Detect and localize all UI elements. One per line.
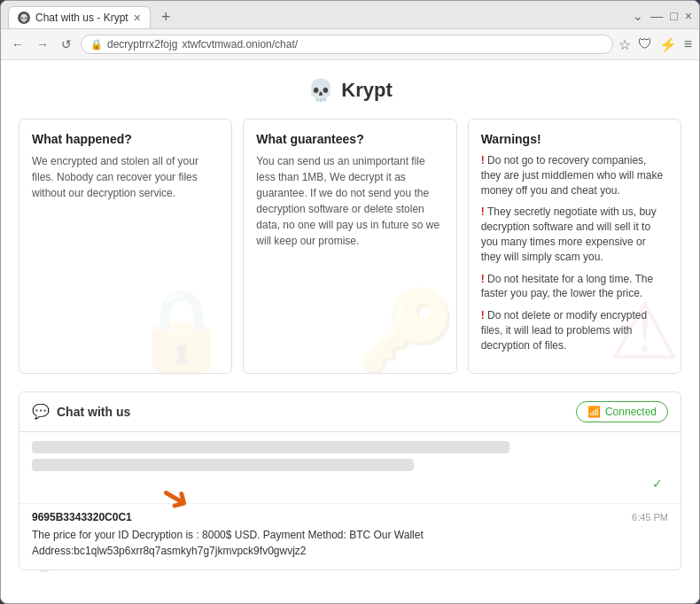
chat-section: 💬 Chat with us 📶 Connected ✓ xyxy=(19,391,681,570)
what-guarantees-title: What guarantees? xyxy=(256,132,443,146)
message-checkmark-row: ✓ xyxy=(32,476,668,491)
address-bar[interactable]: 🔒 decryptrrx2fojg xtwfcvtmwad.onion/chat… xyxy=(81,35,613,54)
dropdown-icon[interactable]: ⌄ xyxy=(633,9,643,23)
message-meta: 9695B3343320C0C1 6:45 PM xyxy=(32,511,668,523)
connected-label: Connected xyxy=(605,406,657,418)
nav-actions: ☆ 🛡 ⚡ ≡ xyxy=(618,36,692,53)
refresh-button[interactable]: ↺ xyxy=(58,35,75,53)
lock-icon: 🔒 xyxy=(90,39,103,50)
url-protocol: decryptrrx2fojg xyxy=(107,38,177,50)
key-bg-icon: 🔑 xyxy=(357,284,456,374)
page-title: Krypt xyxy=(341,79,392,102)
chat-header: 💬 Chat with us 📶 Connected xyxy=(19,392,681,432)
sender-id: 9695B3343320C0C1 xyxy=(32,511,132,523)
title-bar: 💀 Chat with us - Krypt × + ⌄ — □ × xyxy=(1,1,699,29)
chat-title: Chat with us xyxy=(57,405,130,419)
connected-badge: 📶 Connected xyxy=(576,401,668,422)
chat-messages-area: ✓ xyxy=(19,432,681,503)
checkmark-icon: ✓ xyxy=(652,476,668,491)
chat-icon: 💬 xyxy=(32,403,50,420)
url-domain: xtwfcvtmwad.onion/chat/ xyxy=(182,38,298,50)
warning-item-3: Do not hesitate for a long time. The fas… xyxy=(481,272,668,302)
message-time: 6:45 PM xyxy=(632,512,668,523)
warning-item-2: They secretly negotiate with us, buy dec… xyxy=(481,205,668,264)
what-guarantees-text: You can send us an unimportant file less… xyxy=(256,153,443,249)
navigation-bar: ← → ↺ 🔒 decryptrrx2fojg xtwfcvtmwad.onio… xyxy=(1,29,699,60)
shield-icon: 🛡 xyxy=(638,36,652,53)
what-happened-title: What happened? xyxy=(32,132,219,146)
tab-favicon: 💀 xyxy=(18,12,30,24)
incoming-message: 9695B3343320C0C1 6:45 PM The price for y… xyxy=(19,503,681,569)
what-guarantees-card: What guarantees? You can send us an unim… xyxy=(243,119,456,374)
minimize-button[interactable]: — xyxy=(650,9,663,23)
close-window-button[interactable]: × xyxy=(685,9,692,23)
warning-item-1: Do not go to recovery companies, they ar… xyxy=(481,153,668,197)
page-content: isk·ran 💀 Krypt What happened? We encryp… xyxy=(1,60,699,603)
what-happened-text: We encrypted and stolen all of your file… xyxy=(32,153,219,201)
tab-close-button[interactable]: × xyxy=(134,12,141,24)
forward-button[interactable]: → xyxy=(33,35,52,53)
browser-window: 💀 Chat with us - Krypt × + ⌄ — □ × ← → ↺… xyxy=(0,0,700,604)
wifi-icon: 📶 xyxy=(587,406,601,418)
back-button[interactable]: ← xyxy=(8,35,27,53)
warnings-title: Warnings! xyxy=(481,132,668,146)
warnings-card: Warnings! Do not go to recovery companie… xyxy=(468,119,681,374)
extension-icon[interactable]: ⚡ xyxy=(659,36,677,53)
page-header: 💀 Krypt xyxy=(19,78,681,103)
bookmark-icon[interactable]: ☆ xyxy=(618,36,631,53)
message-body: The price for your ID Decryption is : 80… xyxy=(32,527,668,559)
blurred-message-1 xyxy=(32,441,509,453)
skull-icon: 💀 xyxy=(307,78,334,103)
lock-bg-icon: 🔒 xyxy=(132,284,231,374)
tab-title: Chat with us - Krypt xyxy=(35,12,128,24)
blurred-message-2 xyxy=(32,459,414,471)
warning-item-4: Do not delete or modify encrypted files,… xyxy=(481,308,668,352)
arrow-container: 9695B3343320C0C1 6:45 PM The price for y… xyxy=(19,503,681,569)
info-cards: What happened? We encrypted and stolen a… xyxy=(19,119,681,374)
window-controls: ⌄ — □ × xyxy=(633,9,692,27)
browser-tab[interactable]: 💀 Chat with us - Krypt × xyxy=(8,6,151,28)
new-tab-button[interactable]: + xyxy=(154,8,178,27)
menu-icon[interactable]: ≡ xyxy=(684,36,692,53)
what-happened-card: What happened? We encrypted and stolen a… xyxy=(19,119,232,374)
chat-title-area: 💬 Chat with us xyxy=(32,403,130,420)
maximize-button[interactable]: □ xyxy=(670,9,677,23)
